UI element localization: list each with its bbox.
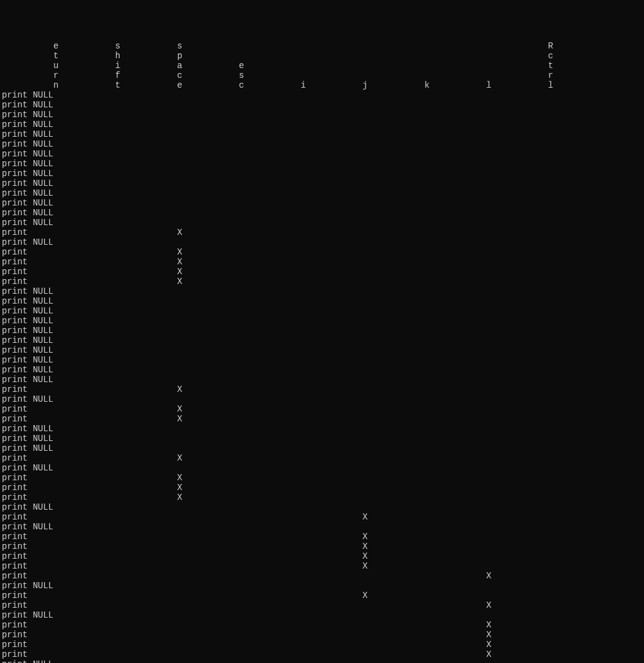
terminal-output: e s s R t h p bbox=[2, 41, 642, 663]
